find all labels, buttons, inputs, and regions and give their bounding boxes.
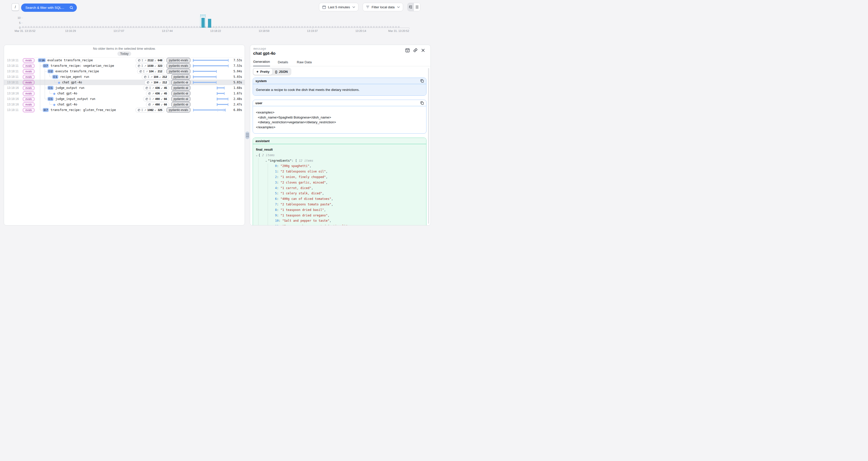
mode-label: JSON: [279, 70, 287, 73]
row-timestamp: 13:18:11: [7, 68, 19, 74]
input-tokens-arrow-icon: ↗: [145, 59, 147, 62]
evals-tag-chip[interactable]: evals: [23, 58, 34, 63]
copy-link-icon[interactable]: [413, 48, 418, 53]
output-tokens-arrow-icon: ↙: [161, 103, 163, 106]
trace-row[interactable]: 13:18:11evals⊟16evaluate transform_recip…: [4, 58, 245, 63]
package-tag: pydantic-ai: [171, 80, 190, 85]
output-tokens-arrow-icon: ↙: [161, 87, 163, 89]
evals-tag-chip[interactable]: evals: [23, 64, 34, 68]
close-icon[interactable]: [421, 49, 425, 52]
json-punctuation: ,: [328, 214, 330, 217]
trace-row[interactable]: 13:18:11evals⊟7transform_recipe: vegetar…: [4, 63, 245, 68]
evals-tag-chip[interactable]: evals: [23, 108, 34, 112]
duration-label: 5.03s: [233, 74, 242, 80]
span-label: judge_output run: [55, 86, 84, 90]
tree-toggle-badge[interactable]: ⊟1: [48, 86, 54, 90]
input-tokens-arrow-icon: ↗: [152, 98, 154, 100]
chevron-down-icon[interactable]: ⌄: [266, 159, 267, 162]
detail-scrollbar[interactable]: [428, 68, 429, 224]
time-range-button[interactable]: Last 5 minutes: [319, 3, 359, 11]
evals-tag-chip[interactable]: evals: [23, 102, 34, 107]
tree-toggle-badge[interactable]: ⊟7: [43, 64, 49, 68]
filter-label: Filter local data: [371, 5, 395, 9]
copy-icon[interactable]: [421, 101, 424, 105]
evals-tag-chip[interactable]: evals: [23, 97, 34, 101]
row-timestamp: 13:18:11: [7, 63, 19, 68]
json-indent-guide: [258, 174, 266, 180]
json-line: 6: "400g can of diced tomatoes",: [256, 196, 423, 202]
leaf-diamond-icon: ◆: [53, 92, 56, 95]
duration-bar: [193, 68, 228, 74]
json-array-index: 3: [275, 181, 277, 184]
duration-bar: [193, 102, 228, 107]
evals-tag-chip[interactable]: evals: [23, 75, 34, 79]
search-icon: [69, 6, 73, 9]
tree-connector: [38, 63, 43, 68]
collapse-icon: ⊟: [48, 86, 51, 89]
system-message-text: Generate a recipe to cook the dish that …: [253, 84, 426, 95]
json-string-value: "Parmesan cheese, grated (optional)": [282, 224, 348, 225]
json-punctuation: ,: [326, 181, 328, 184]
tree-toggle-badge[interactable]: ⊟1: [52, 75, 58, 79]
leaf-diamond-icon: ◆: [58, 81, 60, 84]
panel-resize-handle[interactable]: [245, 131, 249, 139]
json-mode-button[interactable]: {}JSON: [272, 68, 290, 75]
list-view-button[interactable]: [414, 3, 420, 11]
row-timestamp: 13:18:11: [7, 74, 19, 80]
chevron-down-icon[interactable]: ⌄: [256, 154, 257, 156]
today-chip[interactable]: Today: [117, 52, 131, 56]
package-tag: pydantic-ai: [171, 85, 190, 90]
row-tree: ⊟1judge_output run: [38, 85, 84, 91]
row-tree: ◆chat gpt-4o: [38, 80, 82, 85]
slash-shortcut-key[interactable]: /: [11, 3, 19, 11]
trace-row[interactable]: 13:18:11evals⊟2execute transform_recipeΣ…: [4, 68, 245, 74]
json-string-value: "Salt and pepper to taste": [282, 219, 330, 222]
evals-tag-chip[interactable]: evals: [23, 91, 34, 96]
evals-tag-chip[interactable]: evals: [23, 86, 34, 90]
json-punctuation: :: [279, 224, 282, 225]
tree-toggle-badge[interactable]: ⊞7: [43, 108, 49, 112]
tree-view-button[interactable]: [408, 3, 414, 11]
open-in-drawer-icon[interactable]: [405, 48, 410, 53]
histogram-bar[interactable]: [202, 18, 205, 28]
row-meta-group: Σ↗1082↙325pydantic-evals: [135, 107, 190, 113]
trace-row[interactable]: 13:18:16evals⊟1judge_input_output runΣ↗4…: [4, 96, 245, 102]
row-meta-group: Σ↗104↙212pydantic-ai: [142, 74, 190, 80]
json-array-index: 4: [275, 186, 277, 190]
chevron-down-icon: [397, 6, 400, 8]
trace-row[interactable]: 13:18:11evals⊞7transform_recipe: gluten_…: [4, 107, 245, 113]
histogram-bar[interactable]: [208, 19, 211, 28]
record-title: chat gpt-4o: [253, 51, 276, 56]
pretty-mode-button[interactable]: ✦Pretty: [253, 68, 272, 75]
tab-generation[interactable]: Generation: [253, 60, 270, 66]
trace-row[interactable]: 13:18:16evals⊟1judge_output runΣ↗436↙45p…: [4, 85, 245, 91]
package-tag: pydantic-evals: [166, 107, 190, 113]
tree-toggle-badge[interactable]: ⊟2: [48, 69, 54, 73]
user-message-card: user <examples> <dish_name>Spaghetti Bol…: [253, 100, 427, 133]
search-input[interactable]: Search & filter with SQL...: [21, 3, 77, 12]
json-string-value: "1 celery stalk, diced": [281, 192, 322, 195]
x-axis-tick: [409, 28, 409, 29]
tab-details[interactable]: Details: [278, 60, 288, 66]
trace-row[interactable]: 13:18:16evals◆chat gpt-4o↗490↙66pydantic…: [4, 102, 245, 107]
copy-icon[interactable]: [421, 79, 424, 83]
package-tag: pydantic-ai: [171, 74, 190, 79]
token-usage-pill: ↗490↙66: [146, 102, 169, 107]
evals-tag-chip[interactable]: evals: [23, 69, 34, 73]
system-role-label: system: [255, 79, 267, 83]
row-meta-group: Σ↗436↙45pydantic-ai: [143, 85, 190, 91]
tree-toggle-badge[interactable]: ⊟16: [38, 58, 46, 62]
span-label: chat gpt-4o: [62, 81, 82, 84]
json-array-index: 2: [275, 175, 277, 179]
trace-row[interactable]: 13:18:16evals◆chat gpt-4o↗436↙45pydantic…: [4, 91, 245, 96]
trace-row[interactable]: 13:18:11evals⊟1recipe_agent runΣ↗104↙212…: [4, 74, 245, 80]
tree-toggle-badge[interactable]: ⊟1: [48, 97, 54, 101]
child-count: 1: [51, 86, 53, 89]
evals-tag-chip[interactable]: evals: [23, 80, 34, 85]
user-message-text: <examples> <dish_name>Spaghetti Bolognes…: [253, 106, 426, 133]
trace-row[interactable]: 13:18:11evals◆chat gpt-4o↗104↙212pydanti…: [4, 80, 245, 85]
tree-connector: [43, 91, 48, 96]
filter-local-data-button[interactable]: Filter local data: [363, 3, 403, 11]
tab-raw-data[interactable]: Raw Data: [297, 60, 312, 66]
coin-icon: [140, 70, 142, 73]
